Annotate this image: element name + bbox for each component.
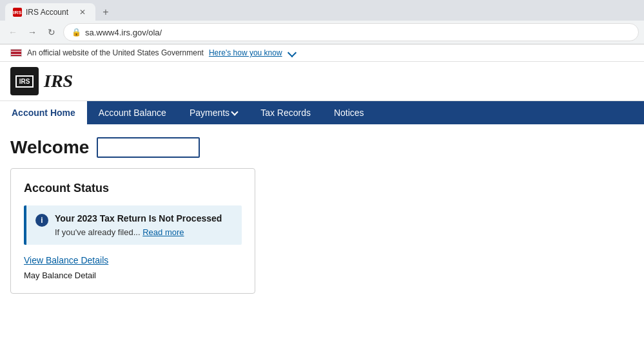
irs-header: IRS IRS — [0, 62, 644, 101]
nav-item-notices[interactable]: Notices — [322, 101, 376, 124]
irs-logo: IRS IRS — [10, 67, 634, 95]
info-content: Your 2023 Tax Return Is Not Processed If… — [55, 213, 222, 237]
welcome-name-box — [97, 137, 200, 158]
welcome-section: Welcome — [10, 137, 634, 158]
main-content: Welcome Account Status i Your 2023 Tax R… — [0, 124, 644, 307]
account-status-title: Account Status — [24, 182, 242, 195]
new-tab-button[interactable]: + — [98, 5, 113, 20]
info-icon: i — [35, 214, 48, 227]
account-status-card: Account Status i Your 2023 Tax Return Is… — [10, 168, 255, 294]
tab-item[interactable]: IRS IRS Account ✕ — [5, 3, 95, 21]
nav-bar: Account Home Account Balance Payments Ta… — [0, 101, 644, 124]
official-banner: An official website of the United States… — [0, 44, 644, 62]
payments-chevron-icon — [231, 108, 238, 115]
address-field[interactable]: 🔒 sa.www4.irs.gov/ola/ — [63, 23, 639, 41]
official-text: An official website of the United States… — [27, 48, 204, 57]
us-flag-icon — [10, 49, 22, 57]
secure-icon: 🔒 — [72, 28, 81, 37]
nav-item-account-home[interactable]: Account Home — [0, 101, 87, 124]
nav-item-payments[interactable]: Payments — [178, 101, 249, 124]
info-alert: i Your 2023 Tax Return Is Not Processed … — [24, 205, 242, 245]
irs-logo-text: IRS — [44, 71, 73, 91]
browser-chrome: IRS IRS Account ✕ + ← → ↻ 🔒 sa.www4.irs.… — [0, 0, 644, 44]
irs-logo-icon-inner: IRS — [15, 75, 34, 88]
tab-favicon: IRS — [13, 8, 22, 17]
tab-close-button[interactable]: ✕ — [77, 7, 88, 17]
chevron-down-icon — [288, 48, 297, 57]
read-more-link[interactable]: Read more — [142, 227, 184, 237]
url-text: sa.www4.irs.gov/ola/ — [85, 28, 162, 37]
forward-button[interactable]: → — [24, 24, 40, 40]
back-button[interactable]: ← — [5, 24, 21, 40]
welcome-title: Welcome — [10, 137, 89, 158]
view-balance-details-link[interactable]: View Balance Details — [24, 255, 108, 265]
nav-item-tax-records[interactable]: Tax Records — [249, 101, 322, 124]
heres-how-you-know-link[interactable]: Here's how you know — [209, 48, 282, 57]
alert-text: If you've already filed... Read more — [55, 227, 222, 237]
irs-logo-icon: IRS — [10, 67, 39, 95]
address-bar-row: ← → ↻ 🔒 sa.www4.irs.gov/ola/ — [0, 21, 644, 44]
nav-item-account-balance[interactable]: Account Balance — [87, 101, 178, 124]
alert-title: Your 2023 Tax Return Is Not Processed — [55, 213, 222, 224]
may-balance-detail: May Balance Detail — [24, 271, 242, 280]
tab-title: IRS Account — [26, 8, 73, 17]
tab-bar: IRS IRS Account ✕ + — [0, 0, 644, 21]
refresh-button[interactable]: ↻ — [44, 24, 59, 40]
